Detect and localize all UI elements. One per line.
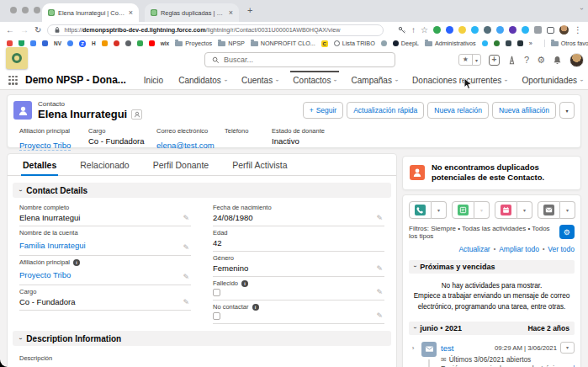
- key-icon[interactable]: [398, 26, 406, 35]
- global-search-input[interactable]: Buscar...: [204, 52, 395, 67]
- bookmark-icon[interactable]: [506, 40, 511, 46]
- bookmark-folder[interactable]: NPSP: [218, 40, 245, 47]
- notifications-bell-icon[interactable]: [553, 56, 562, 65]
- guidance-center-icon[interactable]: [507, 56, 516, 65]
- bookmark-item[interactable]: Lista TRIBO: [334, 40, 375, 47]
- window-minimize-button[interactable]: [22, 7, 29, 13]
- send-email-dropdown[interactable]: ▾: [560, 201, 575, 219]
- app-name[interactable]: Demo NPSP - Dona...: [25, 74, 126, 86]
- section-upcoming-overdue[interactable]: › Próximas y vencidas: [409, 260, 575, 274]
- edit-pencil-icon[interactable]: ✎: [376, 264, 383, 273]
- extensions-puzzle-icon[interactable]: [534, 26, 542, 34]
- help-icon[interactable]: ?: [524, 56, 529, 65]
- bookmark-icon[interactable]: [482, 40, 488, 46]
- nav-item-cuentas[interactable]: Cuentas›: [234, 71, 285, 89]
- timeline-email-title[interactable]: test: [441, 342, 495, 353]
- extension-icon[interactable]: [509, 26, 516, 34]
- reload-icon[interactable]: ↻: [34, 26, 41, 35]
- edit-pencil-icon[interactable]: ✎: [376, 214, 383, 222]
- view-all-link[interactable]: Ver todo: [548, 245, 575, 253]
- section-month-june-2021[interactable]: › junio • 2021 Hace 2 años: [409, 322, 575, 335]
- close-tab-icon[interactable]: ×: [129, 8, 133, 17]
- browser-profile-avatar[interactable]: [559, 25, 569, 35]
- fallecido-checkbox[interactable]: [213, 289, 220, 296]
- chevron-down-icon[interactable]: ›: [394, 79, 400, 81]
- new-task-dropdown[interactable]: ▾: [474, 201, 490, 219]
- bookmark-icon[interactable]: [67, 40, 73, 46]
- url-field[interactable]: https://demonpsptribo-dev-ed.lightning.f…: [47, 24, 384, 36]
- edit-pencil-icon[interactable]: ✎: [376, 311, 383, 320]
- bookmark-icon[interactable]: [137, 40, 143, 46]
- refresh-link[interactable]: Actualizar: [458, 245, 490, 253]
- bookmark-icon[interactable]: [114, 40, 119, 46]
- extension-icon[interactable]: [433, 26, 441, 34]
- bookmark-icon[interactable]: [102, 40, 108, 46]
- favorites-dropdown-icon[interactable]: ▾: [473, 57, 480, 63]
- tab-perfil-donante[interactable]: Perfil Donante: [151, 154, 211, 176]
- bookmark-icon[interactable]: Z: [79, 40, 86, 47]
- new-tab-button[interactable]: +: [247, 5, 252, 15]
- bookmark-icon[interactable]: [381, 40, 387, 46]
- bookmark-icon[interactable]: [125, 40, 131, 46]
- bookmark-folder[interactable]: NONPROFIT CLO...: [251, 40, 315, 47]
- log-call-dropdown[interactable]: ▾: [432, 201, 447, 219]
- favorites-button[interactable]: ★ ▾: [458, 54, 481, 66]
- edit-pencil-icon[interactable]: ✎: [183, 273, 189, 281]
- bookmark-label[interactable]: wix: [161, 40, 169, 46]
- bookmark-label[interactable]: NV: [54, 40, 61, 46]
- bookmark-icon[interactable]: [30, 40, 36, 46]
- bookmark-label[interactable]: H: [92, 40, 96, 46]
- tab-perfil-activista[interactable]: Perfil Activista: [230, 154, 289, 176]
- nav-item-contactos[interactable]: Contactos›: [285, 71, 343, 89]
- afiliacion-link[interactable]: Proyecto Tribo: [19, 141, 71, 151]
- window-zoom-button[interactable]: [34, 7, 40, 13]
- contact-hierarchy-icon[interactable]: [131, 109, 142, 120]
- edit-pencil-icon[interactable]: ✎: [183, 298, 189, 306]
- app-launcher-icon[interactable]: [8, 76, 18, 85]
- chevron-down-icon[interactable]: ›: [274, 79, 280, 81]
- section-contact-details[interactable]: › Contact Details: [13, 183, 391, 198]
- nav-item-oportunidades[interactable]: Oportunidades›: [514, 71, 588, 89]
- extension-icon[interactable]: [484, 26, 491, 34]
- other-bookmarks-folder[interactable]: Otros favoritos: [551, 40, 588, 47]
- bookmark-folder[interactable]: Proyectos: [175, 40, 212, 47]
- send-email-button[interactable]: [538, 201, 560, 219]
- bookmark-icon[interactable]: [19, 40, 24, 46]
- bookmark-icon[interactable]: C: [321, 40, 328, 47]
- browser-tab-inactive[interactable]: Reglas duplicadas | Salesforce ×: [145, 3, 239, 22]
- extension-icon[interactable]: [471, 26, 479, 34]
- account-link[interactable]: Familia Inurrategui: [19, 241, 86, 250]
- bookmark-icon[interactable]: [149, 40, 155, 46]
- follow-button[interactable]: +Seguir: [303, 102, 344, 119]
- user-avatar[interactable]: [569, 53, 584, 67]
- bookmark-icon[interactable]: [517, 40, 523, 46]
- star-icon[interactable]: ★: [459, 55, 473, 65]
- new-event-button[interactable]: [495, 201, 517, 219]
- section-chevron-icon[interactable]: ›: [18, 338, 24, 339]
- new-event-dropdown[interactable]: ▾: [517, 201, 532, 219]
- bookmark-icon[interactable]: [7, 40, 13, 46]
- forward-icon[interactable]: →: [20, 26, 29, 35]
- nav-item-inicio[interactable]: Inicio: [136, 71, 171, 89]
- extension-icon[interactable]: [496, 26, 504, 34]
- info-icon[interactable]: i: [252, 304, 259, 311]
- window-close-button[interactable]: [10, 7, 17, 13]
- share-icon[interactable]: ↑: [411, 26, 416, 35]
- chevron-down-icon[interactable]: ›: [222, 79, 228, 81]
- section-description-information[interactable]: › Description Information: [13, 331, 391, 346]
- bookmark-star-icon[interactable]: ☆: [421, 26, 428, 35]
- back-icon[interactable]: ←: [6, 26, 14, 35]
- timeline-item-dropdown[interactable]: ▾: [560, 342, 575, 354]
- quick-update-button[interactable]: Actualización rápida: [347, 102, 424, 119]
- section-chevron-icon[interactable]: ›: [412, 266, 418, 268]
- expand-all-link[interactable]: Ampliar todo: [499, 245, 539, 253]
- bookmark-item[interactable]: DeepL: [393, 40, 419, 47]
- bookmark-folder[interactable]: Administrativos: [425, 40, 476, 47]
- edit-pencil-icon[interactable]: ✎: [183, 243, 189, 252]
- log-call-button[interactable]: [409, 201, 432, 219]
- extension-icon[interactable]: [458, 26, 466, 34]
- close-tab-icon[interactable]: ×: [229, 8, 233, 17]
- bookmarks-overflow-chevron[interactable]: »: [529, 40, 532, 47]
- email-link[interactable]: elena@test.com: [156, 141, 215, 150]
- chevron-down-icon[interactable]: ›: [503, 79, 509, 81]
